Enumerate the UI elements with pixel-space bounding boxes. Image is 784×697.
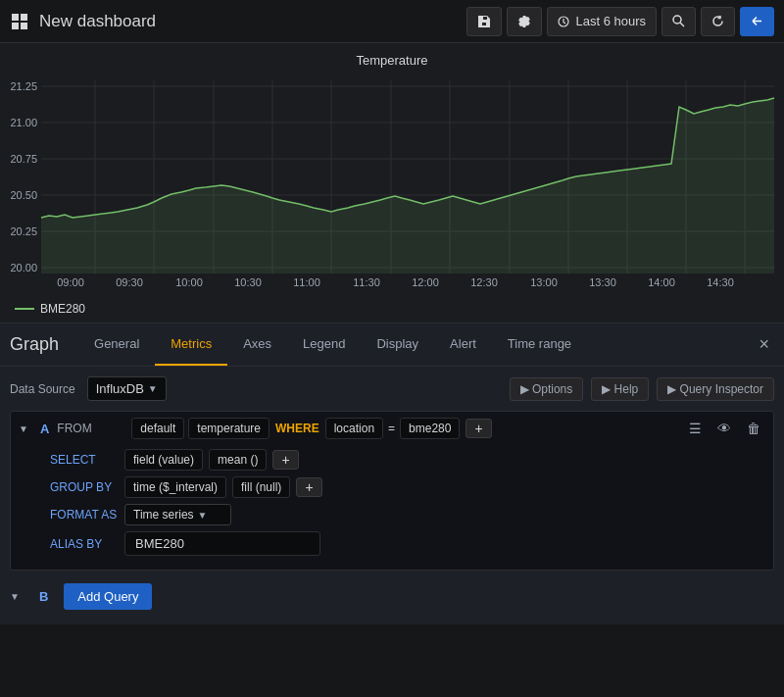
from-db[interactable]: default [131,418,184,439]
select-fn[interactable]: mean () [209,449,267,471]
svg-text:21.00: 21.00 [10,117,37,128]
dashboard-title: New dashboard [39,12,156,31]
group-time[interactable]: time ($_interval) [124,476,226,498]
chart-area: Temperature 21.25 21.00 20.75 20.50 20.2… [0,43,784,323]
format-chevron-icon: ▼ [198,510,208,521]
header-actions: Last 6 hours [466,7,774,36]
delete-button[interactable]: 🗑 [742,418,765,439]
options-button[interactable]: ▶ Options [510,377,584,401]
tab-time-range[interactable]: Time range [492,324,587,366]
select-label: SELECT [50,453,119,467]
save-button[interactable] [466,7,502,36]
svg-text:20.50: 20.50 [10,189,37,201]
select-field[interactable]: field (value) [124,449,203,471]
svg-text:11:00: 11:00 [293,276,320,288]
panel-title: Graph [10,334,59,355]
collapse-arrow-icon: ▼ [19,423,28,434]
query-letter-a: A [40,422,49,436]
svg-text:10:00: 10:00 [175,276,203,288]
alias-label: ALIAS BY [50,537,119,551]
svg-text:21.25: 21.25 [10,80,37,92]
where-val[interactable]: bme280 [400,418,460,439]
add-group-button[interactable]: + [296,477,321,497]
svg-text:12:30: 12:30 [470,276,498,288]
svg-rect-3 [21,23,27,29]
tab-axes[interactable]: Axes [227,324,287,366]
query-inspector-button[interactable]: ▶ Query Inspector [657,377,774,401]
svg-text:09:30: 09:30 [116,276,143,288]
back-button[interactable] [740,7,774,36]
svg-rect-2 [12,23,19,29]
refresh-button[interactable] [701,7,735,36]
group-by-row: GROUP BY time ($_interval) fill (null) + [50,476,765,498]
from-label: FROM [57,422,125,435]
tab-general[interactable]: General [78,324,155,366]
add-query-button[interactable]: Add Query [64,583,152,610]
svg-text:20.75: 20.75 [10,153,37,165]
settings-button[interactable] [507,7,542,36]
b-arrow-icon: ▼ [10,591,20,602]
format-select[interactable]: Time series ▼ [124,504,231,525]
group-fill[interactable]: fill (null) [232,476,290,498]
query-row-a: ▼ A FROM default temperature WHERE locat… [10,411,774,571]
add-where-button[interactable]: + [466,419,491,438]
group-label: GROUP BY [50,480,119,494]
eye-button[interactable]: 👁 [712,418,736,439]
query-row-actions: ☰ 👁 🗑 [684,418,765,439]
chevron-down-icon: ▼ [148,383,158,394]
chart-canvas: 21.25 21.00 20.75 20.50 20.25 20.00 [0,73,784,298]
alias-row: ALIAS BY [50,531,765,556]
close-panel-button[interactable]: × [754,329,774,360]
query-toolbar: Data Source InfluxDB ▼ ▶ Options ▶ Help … [10,376,774,401]
where-field[interactable]: location [325,418,383,439]
panel-header: Graph General Metrics Axes Legend Displa… [0,324,784,367]
where-keyword: WHERE [275,422,319,435]
alias-input[interactable] [124,531,320,556]
time-range-label: Last 6 hours [575,14,646,28]
tab-display[interactable]: Display [361,324,434,366]
time-range-button[interactable]: Last 6 hours [547,7,657,36]
query-letter-b: B [39,589,48,604]
add-query-row: ▼ B Add Query [10,578,774,615]
svg-text:13:00: 13:00 [530,276,558,288]
help-button[interactable]: ▶ Help [591,377,649,401]
tab-legend[interactable]: Legend [287,324,361,366]
svg-rect-0 [12,14,19,21]
svg-text:14:30: 14:30 [707,276,734,288]
add-select-button[interactable]: + [272,450,298,470]
svg-text:20.25: 20.25 [10,225,37,237]
datasource-select[interactable]: InfluxDB ▼ [87,376,167,401]
search-button[interactable] [662,7,696,36]
where-op: = [388,422,395,435]
query-fields-a: SELECT field (value) mean () + GROUP BY … [11,445,773,570]
svg-text:12:00: 12:00 [412,276,439,288]
svg-rect-1 [21,14,27,21]
tab-metrics[interactable]: Metrics [155,324,227,366]
svg-line-6 [680,23,684,26]
panel-tabs: General Metrics Axes Legend Display Aler… [78,324,754,366]
legend-label: BME280 [40,302,85,316]
chart-title: Temperature [0,53,784,68]
legend-line-icon [15,308,34,310]
svg-text:20.00: 20.00 [10,262,37,274]
chart-legend: BME280 [0,298,784,320]
format-label: FORMAT AS [50,508,119,522]
query-editor: Data Source InfluxDB ▼ ▶ Options ▶ Help … [0,367,784,624]
query-row-a-header: ▼ A FROM default temperature WHERE locat… [11,412,773,445]
svg-text:14:00: 14:00 [648,276,675,288]
from-table[interactable]: temperature [188,418,270,439]
grid-icon [10,12,29,31]
hamburger-button[interactable]: ☰ [684,418,707,439]
bottom-panel: Graph General Metrics Axes Legend Displa… [0,323,784,624]
svg-text:13:30: 13:30 [589,276,616,288]
format-as-row: FORMAT AS Time series ▼ [50,504,765,525]
svg-text:11:30: 11:30 [353,276,380,288]
datasource-value: InfluxDB [96,381,144,396]
select-row: SELECT field (value) mean () + [50,449,765,471]
header: New dashboard Last 6 hours [0,0,784,43]
svg-text:10:30: 10:30 [234,276,262,288]
toolbar-right: ▶ Options ▶ Help ▶ Query Inspector [510,377,774,401]
tab-alert[interactable]: Alert [434,324,492,366]
svg-text:09:00: 09:00 [57,276,84,288]
svg-point-5 [673,16,681,24]
